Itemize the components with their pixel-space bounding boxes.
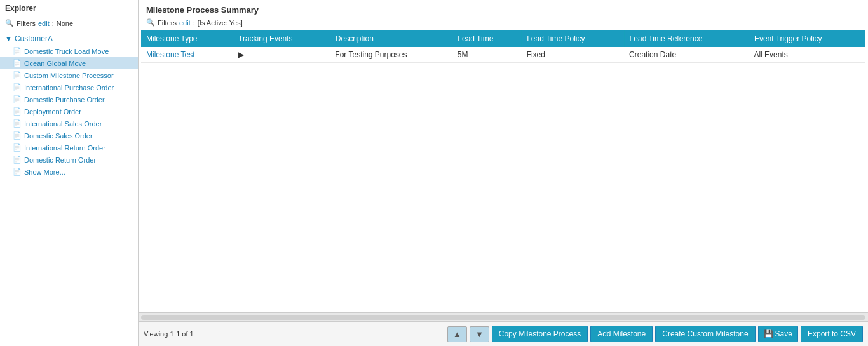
sidebar-item-label: International Sales Order bbox=[24, 120, 102, 128]
doc-icon: 📄 bbox=[13, 156, 22, 164]
doc-icon: 📄 bbox=[13, 95, 22, 103]
sidebar-item-label: Show More... bbox=[24, 168, 65, 176]
sidebar: Explorer 🔍 Filters edit: None ▼ Customer… bbox=[0, 0, 139, 346]
sidebar-item-label: Ocean Global Move bbox=[24, 60, 86, 67]
col-lead-time-policy: Lead Time Policy bbox=[522, 30, 624, 47]
sidebar-item-label: International Return Order bbox=[24, 144, 105, 152]
doc-icon: 📄 bbox=[13, 131, 22, 140]
milestone-table: Milestone Type Tracking Events Descripti… bbox=[141, 30, 865, 63]
save-icon: 💾 bbox=[764, 329, 773, 338]
table-row: Milestone Test ▶ For Testing Purposes 5M… bbox=[141, 47, 865, 63]
sidebar-item-label: Deployment Order bbox=[24, 108, 81, 116]
doc-icon: 📄 bbox=[13, 119, 22, 128]
scroll-up-button[interactable]: ▲ bbox=[447, 326, 467, 342]
sidebar-item-deployment-order[interactable]: 📄 Deployment Order bbox=[0, 105, 138, 117]
cell-lead-time-policy: Fixed bbox=[522, 47, 624, 63]
sidebar-folder-customerA[interactable]: ▼ CustomerA bbox=[0, 32, 138, 45]
filter-active-text: [Is Active: Yes] bbox=[198, 19, 243, 27]
sidebar-item-label: Custom Milestone Processor bbox=[24, 72, 114, 79]
save-button[interactable]: 💾 Save bbox=[758, 326, 798, 342]
export-csv-button[interactable]: Export to CSV bbox=[801, 326, 863, 342]
search-icon: 🔍 bbox=[146, 18, 155, 27]
page-title: Milestone Process Summary bbox=[139, 0, 868, 17]
sidebar-item-show-more[interactable]: 📄 Show More... bbox=[0, 166, 138, 178]
search-icon: 🔍 bbox=[5, 19, 14, 27]
sidebar-item-label: Domestic Truck Load Move bbox=[24, 48, 109, 55]
col-lead-time-reference: Lead Time Reference bbox=[624, 30, 749, 47]
sidebar-header: Explorer bbox=[0, 0, 138, 17]
doc-icon: 📄 bbox=[13, 168, 22, 176]
col-event-trigger-policy: Event Trigger Policy bbox=[749, 30, 865, 47]
sidebar-item-domestic-truck[interactable]: 📄 Domestic Truck Load Move bbox=[0, 45, 138, 57]
folder-label: CustomerA bbox=[15, 34, 53, 43]
col-lead-time: Lead Time bbox=[452, 30, 522, 47]
main-filters: 🔍 Filters edit: [Is Active: Yes] bbox=[139, 17, 868, 30]
sidebar-item-custom-milestone[interactable]: 📄 Custom Milestone Processor bbox=[0, 69, 138, 81]
cell-lead-time: 5M bbox=[452, 47, 522, 63]
sidebar-filters: 🔍 Filters edit: None bbox=[0, 17, 138, 30]
sidebar-item-label: Domestic Return Order bbox=[24, 156, 96, 164]
folder-expand-icon: ▼ bbox=[5, 35, 12, 43]
cell-description: For Testing Purposes bbox=[330, 47, 452, 63]
cell-event-trigger-policy: All Events bbox=[749, 47, 865, 63]
doc-icon: 📄 bbox=[13, 59, 22, 67]
scroll-down-button[interactable]: ▼ bbox=[470, 326, 489, 342]
doc-icon: 📄 bbox=[13, 83, 22, 91]
save-label: Save bbox=[775, 329, 792, 338]
filters-value: None bbox=[57, 20, 73, 27]
col-milestone-type: Milestone Type bbox=[141, 30, 233, 47]
doc-icon: 📄 bbox=[13, 107, 22, 116]
main-filters-edit-link[interactable]: edit bbox=[179, 19, 191, 27]
main-content: Milestone Process Summary 🔍 Filters edit… bbox=[139, 0, 868, 346]
sidebar-item-label: Domestic Purchase Order bbox=[24, 96, 105, 103]
sidebar-item-ocean-global[interactable]: 📄 Ocean Global Move bbox=[0, 57, 138, 69]
sidebar-item-domestic-purchase-order[interactable]: 📄 Domestic Purchase Order bbox=[0, 93, 138, 105]
milestone-type-link[interactable]: Milestone Test bbox=[146, 50, 194, 59]
cell-tracking-events: ▶ bbox=[233, 47, 330, 63]
add-milestone-button[interactable]: Add Milestone bbox=[590, 326, 653, 342]
copy-milestone-process-button[interactable]: Copy Milestone Process bbox=[492, 326, 588, 342]
cell-lead-time-reference: Creation Date bbox=[624, 47, 749, 63]
table-footer: Viewing 1-1 of 1 ▲ ▼ Copy Milestone Proc… bbox=[139, 321, 868, 346]
create-custom-milestone-button[interactable]: Create Custom Milestone bbox=[655, 326, 755, 342]
horizontal-scrollbar[interactable] bbox=[139, 312, 868, 321]
table-container[interactable]: Milestone Type Tracking Events Descripti… bbox=[141, 30, 865, 312]
scrollbar-track[interactable] bbox=[141, 315, 865, 320]
sidebar-item-label: International Purchase Order bbox=[24, 84, 114, 91]
sidebar-item-label: Domestic Sales Order bbox=[24, 132, 93, 140]
doc-icon: 📄 bbox=[13, 143, 22, 152]
filters-label: Filters bbox=[17, 20, 36, 27]
sidebar-tree: ▼ CustomerA 📄 Domestic Truck Load Move 📄… bbox=[0, 30, 138, 180]
filters-edit-link[interactable]: edit bbox=[38, 20, 50, 27]
table-header-row: Milestone Type Tracking Events Descripti… bbox=[141, 30, 865, 47]
viewing-label: Viewing 1-1 of 1 bbox=[144, 330, 445, 338]
filters-label: Filters bbox=[158, 19, 177, 27]
doc-icon: 📄 bbox=[13, 47, 22, 55]
sidebar-item-domestic-sales-order[interactable]: 📄 Domestic Sales Order bbox=[0, 130, 138, 142]
sidebar-item-intl-sales-order[interactable]: 📄 International Sales Order bbox=[0, 117, 138, 130]
doc-icon: 📄 bbox=[13, 71, 22, 79]
cell-milestone-type[interactable]: Milestone Test bbox=[141, 47, 233, 63]
col-description: Description bbox=[330, 30, 452, 47]
sidebar-item-intl-return-order[interactable]: 📄 International Return Order bbox=[0, 142, 138, 154]
sidebar-item-intl-purchase-order[interactable]: 📄 International Purchase Order bbox=[0, 81, 138, 93]
sidebar-item-domestic-return-order[interactable]: 📄 Domestic Return Order bbox=[0, 154, 138, 166]
col-tracking-events: Tracking Events bbox=[233, 30, 330, 47]
